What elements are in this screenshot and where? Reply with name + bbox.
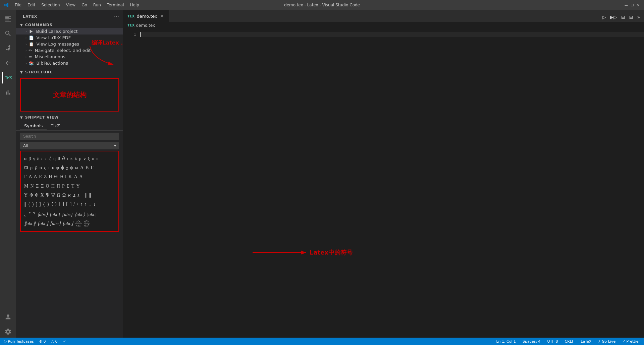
symbol-urcorner[interactable]: ⌝: [32, 210, 36, 219]
symbol-Delta[interactable]: Δ: [28, 172, 33, 181]
symbol-epsilon2[interactable]: ε: [45, 154, 48, 163]
activity-chart[interactable]: [2, 86, 14, 98]
symbol-Gamma[interactable]: Γ: [90, 163, 94, 172]
activity-settings[interactable]: [2, 326, 14, 338]
symbol-abc-ceil[interactable]: ⌈abc⌉: [49, 219, 61, 228]
symbol-floor-open[interactable]: ⌊: [58, 200, 61, 209]
symbol-delta-lower[interactable]: δ: [37, 154, 40, 163]
symbol-Zeta[interactable]: Ζ: [43, 172, 48, 181]
symbol-iota[interactable]: ι: [66, 154, 69, 163]
menu-edit[interactable]: Edit: [25, 2, 38, 8]
symbol-Psi1[interactable]: Ψ: [45, 191, 50, 200]
symbol-alpha[interactable]: α: [23, 154, 27, 163]
symbol-Phi1[interactable]: Φ: [29, 191, 34, 200]
symbol-phi[interactable]: φ: [56, 163, 60, 172]
symbol-Nu[interactable]: Ν: [30, 182, 34, 191]
symbol-kappa[interactable]: κ: [70, 154, 73, 163]
symbol-brace-open[interactable]: {: [42, 200, 46, 209]
spaces-indicator[interactable]: Spaces: 4: [521, 339, 542, 344]
symbol-bracket-open[interactable]: [: [35, 200, 38, 209]
menu-file[interactable]: File: [12, 2, 24, 8]
editor-content[interactable]: 1: [123, 29, 644, 338]
symbol-Chi[interactable]: Χ: [40, 191, 45, 200]
symbol-deriv[interactable]: dⁿy dxⁿ: [83, 219, 91, 228]
tab-symbols[interactable]: Symbols: [20, 122, 47, 130]
symbol-Phi2[interactable]: Φ: [34, 191, 39, 200]
more-actions-button[interactable]: ⊞: [628, 14, 635, 20]
symbol-abc-floor[interactable]: ⌊abc⌋: [37, 219, 49, 228]
menu-selection[interactable]: Selection: [39, 2, 62, 8]
language-indicator[interactable]: LaTeX: [579, 339, 593, 344]
symbol-Epsilon[interactable]: Ε: [38, 172, 43, 181]
go-live-button[interactable]: ⚡ Go Live: [597, 339, 617, 344]
symbol-abc-dbar[interactable]: ‖abc‖: [23, 219, 36, 228]
symbol-Upsilon2[interactable]: Υ: [23, 191, 28, 200]
symbol-lambda-lower[interactable]: λ: [74, 154, 78, 163]
symbol-Theta2[interactable]: Θ: [59, 172, 64, 181]
run-all-button[interactable]: ▶▷: [608, 14, 619, 20]
symbol-Eta[interactable]: Η: [48, 172, 53, 181]
errors-indicator[interactable]: ⊗ 0: [38, 339, 47, 344]
close-button[interactable]: ✕: [636, 3, 641, 7]
symbol-vbar[interactable]: |: [81, 191, 83, 200]
navigate-command[interactable]: › ✏ Navigate, select, and edit: [16, 47, 123, 54]
symbol-theta[interactable]: θ: [57, 154, 61, 163]
symbol-Uparrow[interactable]: ↑: [84, 200, 88, 209]
symbol-Omega1[interactable]: Ω: [56, 191, 61, 200]
symbol-tau[interactable]: τ: [47, 163, 51, 172]
snippet-section-header[interactable]: ▼ SNIPPET VIEW: [16, 114, 123, 121]
symbol-aleph[interactable]: א: [67, 191, 71, 200]
symbol-Pi1[interactable]: Π: [51, 182, 55, 191]
symbol-Omicron[interactable]: Ο: [45, 182, 50, 191]
symbol-Upsilon[interactable]: Υ: [76, 182, 80, 191]
activity-source-control[interactable]: [2, 42, 14, 54]
symbol-beta[interactable]: β: [28, 154, 32, 163]
symbol-varpi[interactable]: ϖ: [23, 163, 29, 172]
symbol-downarrow[interactable]: ↓: [88, 200, 92, 209]
symbol-gimel[interactable]: ג: [77, 191, 80, 200]
maximize-button[interactable]: ☐: [630, 3, 635, 7]
symbol-pi[interactable]: π: [96, 154, 99, 163]
check-indicator[interactable]: ✓: [61, 339, 67, 344]
symbol-paren-open[interactable]: (: [28, 200, 31, 209]
symbol-abc-floor2[interactable]: ⌊abc⌋: [62, 219, 74, 228]
symbol-ulcorner[interactable]: ⌜: [28, 210, 32, 219]
menu-help[interactable]: Help: [127, 2, 142, 8]
symbol-llcorner[interactable]: ⌞: [23, 210, 27, 219]
tab-close-button[interactable]: ✕: [159, 13, 165, 19]
activity-run-debug[interactable]: [2, 57, 14, 69]
prettier-button[interactable]: ✓ Prettier: [621, 339, 641, 344]
build-latex-command[interactable]: › Build LaTeX project: [16, 28, 123, 34]
symbol-mu[interactable]: μ: [78, 154, 83, 163]
symbol-omicron[interactable]: ο: [91, 154, 95, 163]
sidebar-scroll[interactable]: ▼ COMMANDS › Build LaTeX project › 📄 Vie…: [16, 22, 123, 338]
miscellaneous-command[interactable]: › ≡ Miscellaneous: [16, 54, 123, 60]
symbol-zeta[interactable]: ζ: [49, 154, 52, 163]
filter-dropdown[interactable]: All ▾: [20, 142, 119, 149]
symbol-varsigma[interactable]: ς: [44, 163, 47, 172]
symbol-sigma[interactable]: σ: [39, 163, 43, 172]
symbol-gamma-lower[interactable]: γ: [32, 154, 36, 163]
symbol-Sigma[interactable]: Σ: [66, 182, 70, 191]
tab-tikz[interactable]: TikZ: [47, 122, 64, 130]
symbol-uparrow[interactable]: ↑: [79, 200, 83, 209]
activity-explorer[interactable]: [2, 13, 14, 25]
warnings-indicator[interactable]: △ 0: [50, 339, 59, 344]
symbol-eta[interactable]: η: [53, 154, 56, 163]
symbol-dbar2[interactable]: ‖: [88, 191, 92, 200]
search-box[interactable]: [20, 133, 119, 140]
menu-terminal[interactable]: Terminal: [104, 2, 127, 8]
view-log-command[interactable]: › 📋 View Log messages: [16, 41, 123, 47]
symbol-Pi2[interactable]: Π: [56, 182, 61, 191]
menu-run[interactable]: Run: [91, 2, 104, 8]
eol-indicator[interactable]: CRLF: [564, 339, 576, 344]
symbol-varrho[interactable]: ϱ: [34, 163, 38, 172]
run-button[interactable]: ▷: [601, 14, 607, 20]
symbol-dbar3[interactable]: ‖: [23, 200, 27, 209]
symbol-Gamma2[interactable]: Γ: [23, 172, 28, 181]
symbol-Omega2[interactable]: Ω: [62, 191, 66, 200]
symbol-bet[interactable]: ב: [72, 191, 76, 200]
activity-tex[interactable]: TeX: [2, 72, 14, 84]
symbol-Theta1[interactable]: Θ: [53, 172, 58, 181]
symbol-Beta[interactable]: Β: [85, 163, 89, 172]
